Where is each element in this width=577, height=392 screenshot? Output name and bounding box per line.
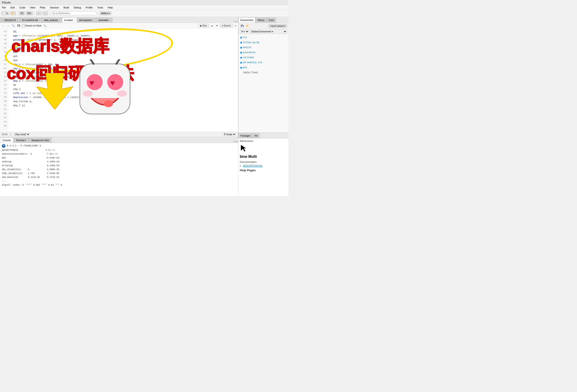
maximize-editor-button[interactable]: □ <box>236 20 237 23</box>
global-env-dropdown[interactable]: Global Environment ▾ <box>250 30 287 33</box>
tab-data-analysis[interactable]: data_analysis × <box>42 18 62 23</box>
console-path-separator: · <box>18 144 19 148</box>
code-line-50: da0 <box>10 58 236 63</box>
import-dataset-button[interactable]: Import Dataset ▾ <box>269 24 287 28</box>
code-area[interactable]: 4344454647 4849505152 5354555657 5859606… <box>0 29 238 132</box>
search-button[interactable]: 🔍 <box>42 24 47 27</box>
help-tab[interactable]: He <box>252 133 260 138</box>
tab-included[interactable]: included × <box>62 18 77 23</box>
tab-close-included[interactable]: × <box>74 19 75 21</box>
r-version: R 4.4.1 <box>7 144 16 148</box>
env-dot-phy <box>240 67 242 69</box>
save-all-button[interactable]: 💾+ <box>26 11 33 15</box>
env-save-button[interactable]: 💾 <box>240 24 244 28</box>
terminal-tab[interactable]: Terminal × <box>13 138 29 143</box>
options-button[interactable]: ≡ <box>234 24 237 27</box>
packages-tab[interactable]: Packages <box>238 133 252 138</box>
env-load-button[interactable]: 📂 <box>245 24 250 28</box>
addins-button[interactable]: Addins ▾ <box>100 11 111 15</box>
env-name-included: included <box>243 56 254 60</box>
cursor-section <box>240 144 287 153</box>
tab-lm-model[interactable]: lm.model1A.std × <box>20 18 42 23</box>
tab-linear-regression[interactable]: R 线性回归.R × <box>0 18 20 23</box>
env-item-phy[interactable]: phy <box>239 65 288 70</box>
app-title: RStudio <box>2 1 11 4</box>
code-line-43: ID, <box>10 30 236 34</box>
run-up-button[interactable]: ▲ <box>210 24 214 27</box>
menu-build[interactable]: Build <box>63 6 70 9</box>
menu-view[interactable]: View <box>29 6 36 9</box>
code-line-65: dbp_f p) <box>10 103 236 108</box>
background-jobs-tab[interactable]: Background Jobs <box>29 138 52 143</box>
menu-help[interactable]: Help <box>107 6 114 9</box>
env-dot-table <box>240 72 242 74</box>
editor-save-button[interactable]: 💾 <box>16 24 21 27</box>
env-name-fit: fit <box>243 35 247 40</box>
tab-close-linear[interactable]: × <box>17 19 18 21</box>
run-button[interactable]: ▶ Run <box>198 24 209 28</box>
connections-tab[interactable]: Conn <box>266 18 276 23</box>
tab-demographic[interactable]: demographic × <box>77 18 96 23</box>
right-bottom-content: ltidimensiona bine Multi Documentation D… <box>238 138 288 196</box>
console-content[interactable]: R R 4.4.1 · F:/CHARLS+MR/ ⚙ genderFemale… <box>0 143 238 196</box>
env-item-lm-model[interactable]: lm.model1A.std <box>239 60 288 65</box>
history-tab[interactable]: History <box>255 18 266 23</box>
right-panel: Environment History Conn 💾 📂 Import Data… <box>238 17 288 196</box>
console-minimize-button[interactable]: ─ <box>233 140 235 143</box>
source-on-save-checkbox[interactable] <box>22 24 25 27</box>
env-item-included[interactable]: included <box>239 55 288 60</box>
env-name-health: health <box>243 46 251 50</box>
env-item-fit[interactable]: fit <box>239 35 288 40</box>
code-line-54: dbp_1 = ifelse(qa008 > 150, NA, qa008), <box>10 75 236 79</box>
save-button[interactable]: 💾 <box>19 11 25 15</box>
code-lines-container: 4344454647 4849505152 5354555657 5859606… <box>0 29 238 132</box>
env-item-followup[interactable]: follow_up_bp <box>239 40 288 45</box>
env-item-health[interactable]: health <box>239 45 288 50</box>
menu-tools[interactable]: Tools <box>96 6 104 9</box>
menu-code[interactable]: Code <box>18 6 26 9</box>
tab-close-demographic[interactable]: × <box>93 19 94 21</box>
description-file-link[interactable]: DESCRIPTION file. <box>243 165 263 167</box>
menu-debug[interactable]: Debug <box>73 6 82 9</box>
menu-plots[interactable]: Plots <box>39 6 46 9</box>
left-panel: R 线性回归.R × lm.model1A.std × data_analysi… <box>0 17 238 196</box>
r-dropdown[interactable]: R ▾ <box>240 30 249 33</box>
new-file-button[interactable]: 📄 ▾ <box>1 11 9 15</box>
editor-forward-button[interactable]: → <box>6 24 10 27</box>
console-output-line-1: genderFemale 2.1e-02 <box>2 148 236 152</box>
tab-close-lm[interactable]: × <box>39 19 40 21</box>
menu-file[interactable]: File <box>1 6 7 9</box>
code-line-48: bmi <box>10 50 236 54</box>
tab-label-included: included <box>64 19 72 21</box>
minimize-editor-button[interactable]: ─ <box>233 20 235 23</box>
editor-show-button[interactable]: 🔍 <box>11 24 15 27</box>
console-tab[interactable]: Console <box>0 138 13 143</box>
env-item-table[interactable]: table_final <box>239 70 288 75</box>
tab-close-analysis[interactable]: × <box>59 19 60 21</box>
environment-tab[interactable]: Environment <box>238 18 255 23</box>
open-file-button[interactable]: 📂 <box>10 11 16 15</box>
env-dot-household <box>240 52 242 54</box>
editor-back-button[interactable]: ← <box>1 24 5 27</box>
tab-close-cleandata[interactable]: × <box>109 19 110 21</box>
source-button[interactable]: ▾ Source <box>220 24 233 28</box>
script-type-select[interactable]: R Script <box>223 133 236 136</box>
console-maximize-button[interactable]: □ <box>236 140 237 143</box>
context-select[interactable]: (Top Level) <box>14 133 30 136</box>
code-line-44: age = ifelse(is.na(ba002_1), 2011 - ba00… <box>10 34 236 38</box>
cursor-icon <box>240 144 249 153</box>
line-numbers: 4344454647 4849505152 5354555657 5859606… <box>0 29 8 132</box>
back-button[interactable]: ← <box>36 11 41 15</box>
goto-input[interactable] <box>51 11 97 15</box>
tab-cleandata[interactable]: cleandata × <box>96 18 112 23</box>
documentation-label: Documentation <box>240 161 287 163</box>
menu-profile[interactable]: Profile <box>85 6 94 9</box>
menu-session[interactable]: Session <box>49 6 60 9</box>
menu-edit[interactable]: Edit <box>10 6 16 9</box>
forward-button[interactable]: → <box>42 11 48 15</box>
run-down-button[interactable]: ▼ <box>215 24 219 27</box>
code-line-51: sbp_1 = ifelse(qa007 > 300, NA, <box>10 63 236 66</box>
env-name-lm: lm.model1A.std <box>243 61 262 65</box>
cursor-position: 50:59 <box>2 133 7 136</box>
env-item-household[interactable]: household <box>239 50 288 55</box>
